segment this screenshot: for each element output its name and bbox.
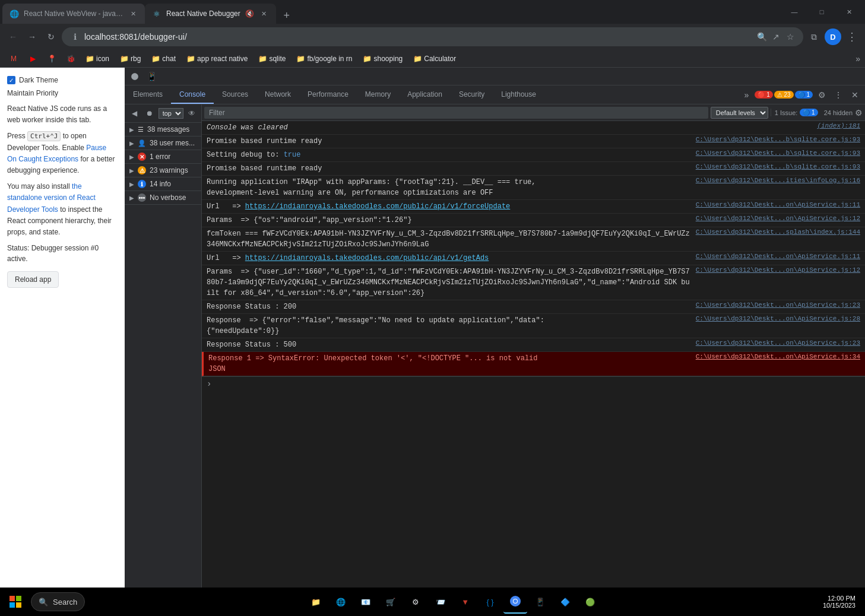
- taskbar-search-bar[interactable]: 🔍 Search: [31, 592, 85, 611]
- src-1[interactable]: C:\Users\dp312\Deskt...b\sqlite.core.js:…: [696, 136, 860, 143]
- bug-icon: 🐞: [66, 55, 75, 63]
- url-link-2[interactable]: https://indianroyals.takedoodles.com/pub…: [245, 254, 489, 262]
- main-area: ✓ Dark Theme Maintain Priority React Nat…: [0, 68, 865, 588]
- msg-row-errors[interactable]: ▶ ✕ 1 error: [125, 150, 201, 164]
- split-view-icon[interactable]: ⧉: [806, 28, 822, 45]
- src-3[interactable]: C:\Users\dp312\Deskt...b\sqlite.core.js:…: [696, 163, 860, 170]
- taskbar-app-vscode2[interactable]: 🔷: [553, 590, 577, 614]
- tab-react-native-webview[interactable]: 🌐 React Native WebView - javatpoint ✕: [2, 4, 145, 24]
- reload-button[interactable]: ↻: [43, 28, 59, 45]
- reload-app-button[interactable]: Reload app: [7, 271, 59, 288]
- msg-row-all[interactable]: ▶ ☰ 38 messages: [125, 123, 201, 136]
- msg-row-user[interactable]: ▶ 👤 38 user mes...: [125, 136, 201, 150]
- start-button[interactable]: [5, 591, 26, 612]
- cleared-src[interactable]: (index):181: [817, 122, 860, 129]
- bookmarks-more-button[interactable]: »: [856, 54, 860, 63]
- taskbar-app-android[interactable]: 📱: [528, 590, 552, 614]
- bookmark-sqlite[interactable]: 📁 sqlite: [254, 52, 290, 66]
- src-10[interactable]: C:\Users\dp312\Deskt...on\ApiService.js:…: [696, 301, 860, 309]
- url-link-1[interactable]: https://indianroyals.takedoodles.com/pub…: [245, 202, 510, 211]
- dark-theme-checkbox[interactable]: ✓: [7, 76, 15, 84]
- bookmark-fb-google[interactable]: 📁 fb/google in rn: [291, 52, 357, 66]
- tab2-close[interactable]: ✕: [259, 9, 269, 18]
- devtools-toolbar: 📱: [125, 68, 865, 85]
- tab-performance[interactable]: Performance: [299, 85, 357, 104]
- tab-react-native-debugger[interactable]: ⚛ React Native Debugger 🔇 ✕: [145, 4, 276, 24]
- src-4[interactable]: C:\Users\dp312\Deskt...ities\infoLog.js:…: [696, 177, 860, 184]
- bookmark-icon-folder[interactable]: 📁 icon: [81, 52, 114, 66]
- tab-memory[interactable]: Memory: [357, 85, 399, 104]
- taskbar-app-store[interactable]: 🛒: [379, 590, 403, 614]
- bookmark-youtube[interactable]: ▶: [24, 52, 42, 66]
- tab-console[interactable]: Console: [171, 85, 214, 104]
- tabs-more-button[interactable]: »: [738, 85, 755, 104]
- taskbar-app-green[interactable]: 🟢: [578, 590, 602, 614]
- sidebar-record-icon[interactable]: ⏺: [142, 106, 157, 121]
- src-11[interactable]: C:\Users\dp312\Deskt...on\ApiService.js:…: [696, 315, 860, 322]
- console-settings-icon[interactable]: ⚙: [855, 108, 863, 118]
- taskbar-app-vscode[interactable]: { }: [479, 590, 502, 614]
- devtools-more-icon[interactable]: ⋮: [831, 87, 846, 103]
- devtools-inspect-icon[interactable]: [127, 69, 142, 84]
- src-7[interactable]: C:\Users\dp312\Deskt...splash\index.js:1…: [696, 228, 860, 236]
- taskbar-app-email[interactable]: 📧: [354, 590, 378, 614]
- sidebar-eye-icon[interactable]: 👁: [185, 106, 199, 121]
- bookmark-gmail[interactable]: M: [5, 52, 23, 66]
- console-filter-input[interactable]: [204, 107, 708, 119]
- back-button[interactable]: ←: [5, 28, 21, 45]
- share-icon[interactable]: ↗: [770, 31, 782, 43]
- src-9[interactable]: C:\Users\dp312\Deskt...on\ApiService.js:…: [696, 266, 860, 274]
- tab-lighthouse[interactable]: Lighthouse: [493, 85, 544, 104]
- src-error[interactable]: C:\Users\dp312\Deskt...on\ApiService.js:…: [696, 353, 860, 360]
- console-output[interactable]: Console was cleared (index):181 Promise …: [202, 121, 865, 588]
- msg-row-warnings[interactable]: ▶ ⚠ 23 warnings: [125, 164, 201, 177]
- address-bar[interactable]: ℹ localhost:8081/debugger-ui/ 🔍 ↗ ☆: [62, 27, 803, 46]
- src-6[interactable]: C:\Users\dp312\Deskt...on\ApiService.js:…: [696, 215, 860, 222]
- tab-application[interactable]: Application: [399, 85, 451, 104]
- bookmark-chat[interactable]: 📁 chat: [147, 52, 180, 66]
- bookmark-rbg[interactable]: 📁 rbg: [115, 52, 145, 66]
- bookmark-shooping[interactable]: 📁 shooping: [359, 52, 408, 66]
- devtools-settings-icon[interactable]: ⚙: [814, 87, 829, 103]
- bookmark-bug[interactable]: 🐞: [62, 52, 80, 66]
- bookmark-app-react-native[interactable]: 📁 app react native: [182, 52, 252, 66]
- search-icon[interactable]: 🔍: [756, 31, 768, 43]
- devtools-device-icon[interactable]: 📱: [144, 69, 159, 84]
- minimize-button[interactable]: —: [781, 2, 808, 21]
- src-12[interactable]: C:\Users\dp312\Deskt...on\ApiService.js:…: [696, 339, 860, 347]
- taskbar-app-settings[interactable]: ⚙: [404, 590, 427, 614]
- clock-date: 10/15/2023: [823, 602, 856, 609]
- tab-network[interactable]: Network: [256, 85, 299, 104]
- tab-security[interactable]: Security: [451, 85, 493, 104]
- src-8[interactable]: C:\Users\dp312\Deskt...on\ApiService.js:…: [696, 253, 860, 260]
- taskbar-app-red[interactable]: ▼: [454, 590, 477, 614]
- chrome-menu-button[interactable]: ⋮: [844, 28, 860, 45]
- msg-4: Running application "IRApp" with appPara…: [207, 177, 691, 198]
- tab1-close[interactable]: ✕: [128, 9, 138, 18]
- taskbar-app-mail2[interactable]: 📨: [429, 590, 452, 614]
- msg-row-info[interactable]: ▶ ℹ 14 info: [125, 177, 201, 191]
- taskbar-app-chrome[interactable]: [503, 590, 527, 614]
- profile-avatar[interactable]: D: [825, 28, 841, 45]
- tab-sources[interactable]: Sources: [214, 85, 256, 104]
- forward-button[interactable]: →: [24, 28, 40, 45]
- new-tab-button[interactable]: +: [278, 7, 295, 24]
- fb-google-folder-icon: 📁: [296, 55, 305, 63]
- devtools-close-icon[interactable]: ✕: [847, 87, 863, 103]
- src-5[interactable]: C:\Users\dp312\Deskt...on\ApiService.js:…: [696, 201, 860, 208]
- msg-row-verbose[interactable]: ▶ ••• No verbose: [125, 191, 201, 205]
- taskbar-app-edge[interactable]: 🌐: [329, 590, 353, 614]
- tab-elements[interactable]: Elements: [125, 85, 171, 104]
- default-levels-select[interactable]: Default levels: [711, 107, 768, 119]
- bookmark-calculator[interactable]: 📁 Calculator: [408, 52, 461, 66]
- bookmark-maps[interactable]: 📍: [43, 52, 61, 66]
- sidebar-back-icon[interactable]: ◀: [127, 106, 141, 121]
- maximize-button[interactable]: □: [808, 2, 835, 21]
- bookmark-icon[interactable]: ☆: [784, 31, 796, 43]
- tab2-mute-icon[interactable]: 🔇: [245, 9, 255, 18]
- dark-theme-option[interactable]: ✓ Dark Theme: [7, 75, 118, 85]
- context-selector[interactable]: top: [159, 108, 183, 119]
- taskbar-app-explorer[interactable]: 📁: [304, 590, 328, 614]
- src-2[interactable]: C:\Users\dp312\Deskt...b\sqlite.core.js:…: [696, 150, 860, 157]
- close-button[interactable]: ✕: [835, 2, 863, 21]
